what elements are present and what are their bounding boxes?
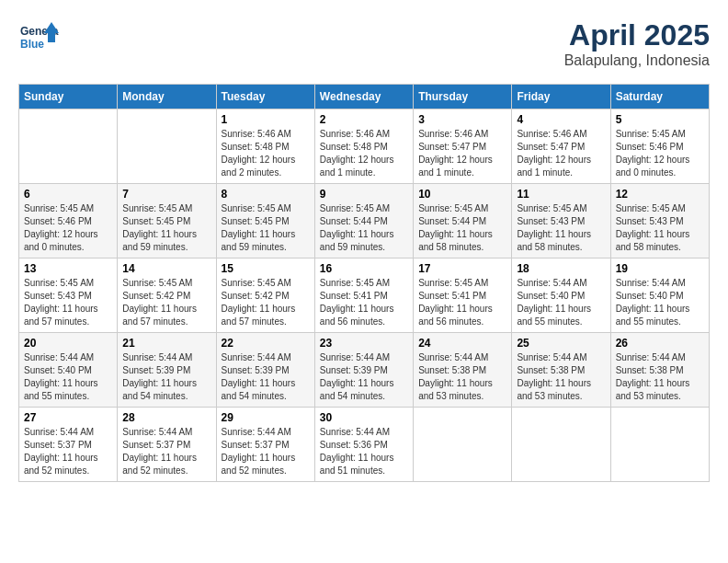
logo: General Blue [18, 18, 59, 59]
day-number: 26 [616, 337, 704, 350]
month-title: April 2025 [564, 18, 710, 52]
calendar-cell: 11Sunrise: 5:45 AM Sunset: 5:43 PM Dayli… [512, 184, 610, 259]
calendar-cell: 16Sunrise: 5:45 AM Sunset: 5:41 PM Dayli… [314, 259, 413, 333]
day-number: 10 [418, 188, 506, 201]
day-number: 30 [320, 411, 408, 424]
calendar-cell: 27Sunrise: 5:44 AM Sunset: 5:37 PM Dayli… [19, 408, 118, 482]
calendar-cell: 30Sunrise: 5:44 AM Sunset: 5:36 PM Dayli… [314, 408, 413, 482]
day-info: Sunrise: 5:45 AM Sunset: 5:46 PM Dayligh… [24, 202, 112, 254]
day-number: 18 [517, 262, 605, 275]
day-info: Sunrise: 5:45 AM Sunset: 5:45 PM Dayligh… [222, 202, 310, 254]
location-title: Balapulang, Indonesia [564, 52, 710, 69]
day-number: 5 [616, 113, 704, 126]
day-number: 28 [122, 411, 210, 424]
day-info: Sunrise: 5:45 AM Sunset: 5:42 PM Dayligh… [122, 277, 210, 328]
calendar-cell: 23Sunrise: 5:44 AM Sunset: 5:39 PM Dayli… [314, 333, 413, 408]
day-info: Sunrise: 5:44 AM Sunset: 5:40 PM Dayligh… [517, 277, 605, 328]
day-header-tuesday: Tuesday [216, 85, 314, 109]
day-number: 29 [222, 411, 310, 424]
day-number: 7 [122, 188, 210, 201]
day-info: Sunrise: 5:45 AM Sunset: 5:44 PM Dayligh… [418, 202, 506, 254]
day-info: Sunrise: 5:44 AM Sunset: 5:38 PM Dayligh… [418, 351, 506, 403]
calendar-cell: 9Sunrise: 5:45 AM Sunset: 5:44 PM Daylig… [314, 184, 413, 259]
calendar-cell: 4Sunrise: 5:46 AM Sunset: 5:47 PM Daylig… [512, 109, 610, 184]
day-info: Sunrise: 5:45 AM Sunset: 5:43 PM Dayligh… [616, 202, 704, 254]
day-info: Sunrise: 5:44 AM Sunset: 5:36 PM Dayligh… [320, 426, 408, 477]
header: General Blue April 2025 Balapulang, Indo… [18, 18, 710, 69]
day-info: Sunrise: 5:44 AM Sunset: 5:37 PM Dayligh… [122, 426, 210, 477]
title-area: April 2025 Balapulang, Indonesia [564, 18, 710, 69]
calendar-cell: 24Sunrise: 5:44 AM Sunset: 5:38 PM Dayli… [414, 333, 512, 408]
logo-svg: General Blue [18, 18, 59, 59]
day-info: Sunrise: 5:46 AM Sunset: 5:47 PM Dayligh… [517, 128, 605, 179]
calendar-cell: 29Sunrise: 5:44 AM Sunset: 5:37 PM Dayli… [216, 408, 314, 482]
calendar-cell: 13Sunrise: 5:45 AM Sunset: 5:43 PM Dayli… [19, 259, 118, 333]
day-number: 20 [24, 337, 112, 350]
day-header-saturday: Saturday [610, 85, 709, 109]
calendar-cell [414, 408, 512, 482]
day-number: 11 [517, 188, 605, 201]
day-number: 2 [320, 113, 408, 126]
day-info: Sunrise: 5:46 AM Sunset: 5:48 PM Dayligh… [222, 128, 310, 179]
day-number: 15 [222, 262, 310, 275]
calendar-cell: 22Sunrise: 5:44 AM Sunset: 5:39 PM Dayli… [216, 333, 314, 408]
calendar-cell: 10Sunrise: 5:45 AM Sunset: 5:44 PM Dayli… [414, 184, 512, 259]
day-number: 9 [320, 188, 408, 201]
calendar-cell: 18Sunrise: 5:44 AM Sunset: 5:40 PM Dayli… [512, 259, 610, 333]
day-info: Sunrise: 5:45 AM Sunset: 5:41 PM Dayligh… [418, 277, 506, 328]
calendar-cell [118, 109, 216, 184]
calendar-cell [610, 408, 709, 482]
day-number: 27 [24, 411, 112, 424]
day-number: 16 [320, 262, 408, 275]
svg-text:Blue: Blue [20, 38, 44, 51]
day-number: 21 [122, 337, 210, 350]
day-info: Sunrise: 5:44 AM Sunset: 5:39 PM Dayligh… [222, 351, 310, 403]
calendar-cell: 25Sunrise: 5:44 AM Sunset: 5:38 PM Dayli… [512, 333, 610, 408]
day-header-monday: Monday [118, 85, 216, 109]
day-info: Sunrise: 5:45 AM Sunset: 5:45 PM Dayligh… [122, 202, 210, 254]
calendar-cell: 5Sunrise: 5:45 AM Sunset: 5:46 PM Daylig… [610, 109, 709, 184]
day-number: 22 [222, 337, 310, 350]
day-info: Sunrise: 5:45 AM Sunset: 5:46 PM Dayligh… [616, 128, 704, 179]
calendar-cell: 7Sunrise: 5:45 AM Sunset: 5:45 PM Daylig… [118, 184, 216, 259]
day-info: Sunrise: 5:44 AM Sunset: 5:39 PM Dayligh… [122, 351, 210, 403]
calendar-cell: 17Sunrise: 5:45 AM Sunset: 5:41 PM Dayli… [414, 259, 512, 333]
calendar-cell: 15Sunrise: 5:45 AM Sunset: 5:42 PM Dayli… [216, 259, 314, 333]
day-number: 14 [122, 262, 210, 275]
day-info: Sunrise: 5:44 AM Sunset: 5:39 PM Dayligh… [320, 351, 408, 403]
calendar-cell: 20Sunrise: 5:44 AM Sunset: 5:40 PM Dayli… [19, 333, 118, 408]
day-header-friday: Friday [512, 85, 610, 109]
calendar-cell [19, 109, 118, 184]
day-number: 8 [222, 188, 310, 201]
day-number: 19 [616, 262, 704, 275]
day-number: 17 [418, 262, 506, 275]
day-info: Sunrise: 5:45 AM Sunset: 5:43 PM Dayligh… [24, 277, 112, 328]
calendar-cell: 28Sunrise: 5:44 AM Sunset: 5:37 PM Dayli… [118, 408, 216, 482]
day-header-wednesday: Wednesday [314, 85, 413, 109]
day-info: Sunrise: 5:44 AM Sunset: 5:38 PM Dayligh… [517, 351, 605, 403]
calendar-cell: 19Sunrise: 5:44 AM Sunset: 5:40 PM Dayli… [610, 259, 709, 333]
day-info: Sunrise: 5:44 AM Sunset: 5:38 PM Dayligh… [616, 351, 704, 403]
calendar-cell: 21Sunrise: 5:44 AM Sunset: 5:39 PM Dayli… [118, 333, 216, 408]
day-info: Sunrise: 5:46 AM Sunset: 5:48 PM Dayligh… [320, 128, 408, 179]
calendar-cell: 8Sunrise: 5:45 AM Sunset: 5:45 PM Daylig… [216, 184, 314, 259]
day-info: Sunrise: 5:46 AM Sunset: 5:47 PM Dayligh… [418, 128, 506, 179]
calendar-cell: 14Sunrise: 5:45 AM Sunset: 5:42 PM Dayli… [118, 259, 216, 333]
calendar-cell: 6Sunrise: 5:45 AM Sunset: 5:46 PM Daylig… [19, 184, 118, 259]
day-info: Sunrise: 5:44 AM Sunset: 5:40 PM Dayligh… [24, 351, 112, 403]
day-number: 23 [320, 337, 408, 350]
day-number: 25 [517, 337, 605, 350]
calendar-cell: 26Sunrise: 5:44 AM Sunset: 5:38 PM Dayli… [610, 333, 709, 408]
day-info: Sunrise: 5:45 AM Sunset: 5:43 PM Dayligh… [517, 202, 605, 254]
day-header-sunday: Sunday [19, 85, 118, 109]
day-number: 1 [222, 113, 310, 126]
day-number: 24 [418, 337, 506, 350]
day-info: Sunrise: 5:44 AM Sunset: 5:40 PM Dayligh… [616, 277, 704, 328]
calendar-table: SundayMondayTuesdayWednesdayThursdayFrid… [18, 84, 710, 482]
day-number: 6 [24, 188, 112, 201]
calendar-cell: 2Sunrise: 5:46 AM Sunset: 5:48 PM Daylig… [314, 109, 413, 184]
day-number: 4 [517, 113, 605, 126]
day-info: Sunrise: 5:44 AM Sunset: 5:37 PM Dayligh… [222, 426, 310, 477]
day-info: Sunrise: 5:45 AM Sunset: 5:42 PM Dayligh… [222, 277, 310, 328]
calendar-cell [512, 408, 610, 482]
